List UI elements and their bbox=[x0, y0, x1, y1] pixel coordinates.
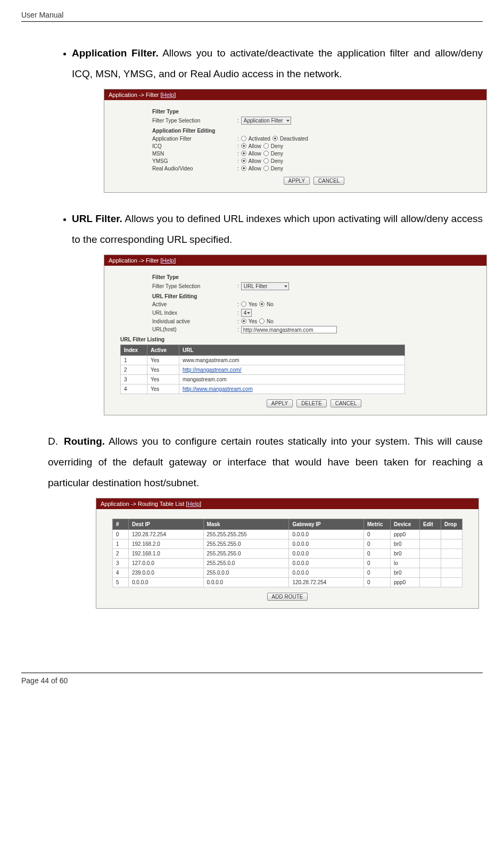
cell-dev: ppp0 bbox=[391, 577, 420, 587]
help-link[interactable]: Help bbox=[162, 257, 175, 264]
radio-deactivated[interactable] bbox=[272, 136, 278, 141]
cell-drop[interactable] bbox=[441, 568, 462, 577]
cell-dev: ppp0 bbox=[391, 529, 420, 539]
cell-url[interactable]: http://www.mangastream.com bbox=[179, 384, 405, 394]
col-num: # bbox=[113, 519, 129, 529]
cell-drop[interactable] bbox=[441, 539, 462, 549]
cell-metric: 0 bbox=[364, 558, 391, 568]
cell-mask: 255.255.255.0 bbox=[203, 539, 289, 549]
cell-metric: 0 bbox=[364, 577, 391, 587]
cell-index: 2 bbox=[121, 365, 147, 374]
cancel-button[interactable]: CANCEL bbox=[313, 177, 345, 185]
add-route-button[interactable]: ADD ROUTE bbox=[267, 593, 308, 601]
cell-drop[interactable] bbox=[441, 529, 462, 539]
url-host-input[interactable]: http://www.mangastream.com bbox=[241, 326, 337, 333]
cell-edit[interactable] bbox=[420, 577, 441, 587]
cell-drop[interactable] bbox=[441, 577, 462, 587]
cell-gw: 0.0.0.0 bbox=[289, 539, 364, 549]
radio-icq-deny[interactable] bbox=[263, 143, 269, 149]
cell-edit[interactable] bbox=[420, 568, 441, 577]
cell-url: www.mangastream.com bbox=[179, 355, 405, 365]
cell-edit[interactable] bbox=[420, 558, 441, 568]
cell-edit[interactable] bbox=[420, 549, 441, 558]
label: Filter Type Selection bbox=[152, 118, 237, 124]
cell-url[interactable]: http://mangastream.com/ bbox=[179, 365, 405, 374]
col-index: Index bbox=[121, 345, 147, 355]
cell-gw: 120.28.72.254 bbox=[289, 577, 364, 587]
apply-button[interactable]: APPLY bbox=[267, 399, 293, 407]
cell-active: Yes bbox=[147, 355, 179, 365]
table-row: 3Yesmangastream.com bbox=[121, 374, 405, 384]
radio-msn-deny[interactable] bbox=[263, 151, 269, 156]
page-header: User Manual bbox=[21, 11, 483, 19]
letter: D. bbox=[48, 431, 64, 452]
help-link[interactable]: Help bbox=[187, 501, 200, 507]
filter-type-select[interactable]: Application Filter bbox=[241, 117, 291, 125]
cell-url: mangastream.com bbox=[179, 374, 405, 384]
cell-index: 1 bbox=[121, 355, 147, 365]
radio-msn-allow[interactable] bbox=[241, 151, 246, 156]
radio-rav-allow[interactable] bbox=[241, 166, 246, 171]
table-row: 4Yeshttp://www.mangastream.com bbox=[121, 384, 405, 394]
cell-gw: 0.0.0.0 bbox=[289, 568, 364, 577]
radio-indiv-no[interactable] bbox=[259, 318, 265, 324]
label: YMSG bbox=[152, 158, 237, 164]
label: Real Audio/Video bbox=[152, 166, 237, 171]
cell-drop[interactable] bbox=[441, 549, 462, 558]
section-head: Filter Type bbox=[152, 274, 476, 280]
col-gw: Gateway IP bbox=[289, 519, 364, 529]
cancel-button[interactable]: CANCEL bbox=[331, 399, 362, 407]
cell-drop[interactable] bbox=[441, 558, 462, 568]
cell-mask: 255.0.0.0 bbox=[203, 568, 289, 577]
table-row: 0120.28.72.254255.255.255.2550.0.0.00ppp… bbox=[113, 529, 462, 539]
cell-dev: lo bbox=[391, 558, 420, 568]
col-edit: Edit bbox=[420, 519, 441, 529]
titlebar: Application -> Filter [Help] bbox=[104, 255, 486, 266]
cell-metric: 0 bbox=[364, 529, 391, 539]
table-row: 4239.0.0.0255.0.0.00.0.0.00br0 bbox=[113, 568, 462, 577]
section-head: Application Filter Editing bbox=[152, 128, 476, 134]
radio-activated[interactable] bbox=[241, 136, 246, 141]
cell-mask: 255.255.0.0 bbox=[203, 558, 289, 568]
radio-icq-allow[interactable] bbox=[241, 143, 246, 149]
radio-active-yes[interactable] bbox=[241, 301, 246, 307]
radio-indiv-yes[interactable] bbox=[241, 318, 246, 324]
cell-metric: 0 bbox=[364, 549, 391, 558]
table-row: 2Yeshttp://mangastream.com/ bbox=[121, 365, 405, 374]
cell-dev: br0 bbox=[391, 539, 420, 549]
table-row: 1192.168.2.0255.255.255.00.0.0.00br0 bbox=[113, 539, 462, 549]
delete-button[interactable]: DELETE bbox=[296, 399, 327, 407]
help-link[interactable]: Help bbox=[162, 92, 175, 98]
radio-rav-deny[interactable] bbox=[263, 166, 269, 171]
label: Individual active bbox=[152, 318, 237, 324]
radio-ymsg-deny[interactable] bbox=[263, 158, 269, 163]
bullet-title: Application Filter. bbox=[72, 47, 159, 59]
section-head: Filter Type bbox=[152, 109, 476, 114]
section-head: URL Filter Listing bbox=[120, 337, 476, 342]
label: Filter Type Selection bbox=[152, 283, 237, 289]
label: Application Filter bbox=[152, 136, 237, 142]
cell-dest: 239.0.0.0 bbox=[129, 568, 204, 577]
table-row: 1Yeswww.mangastream.com bbox=[121, 355, 405, 365]
apply-button[interactable]: APPLY bbox=[284, 177, 310, 185]
cell-num: 5 bbox=[113, 577, 129, 587]
cell-mask: 255.255.255.0 bbox=[203, 549, 289, 558]
col-url: URL bbox=[179, 345, 405, 355]
col-drop: Drop bbox=[441, 519, 462, 529]
cell-edit[interactable] bbox=[420, 529, 441, 539]
filter-type-select[interactable]: URL Filter bbox=[241, 282, 289, 290]
cell-metric: 0 bbox=[364, 539, 391, 549]
cell-gw: 0.0.0.0 bbox=[289, 549, 364, 558]
page-footer: Page 44 of 60 bbox=[21, 676, 483, 685]
label: Active bbox=[152, 301, 237, 307]
cell-num: 4 bbox=[113, 568, 129, 577]
screenshot-app-filter: Application -> Filter [Help] Filter Type… bbox=[104, 89, 487, 193]
cell-edit[interactable] bbox=[420, 539, 441, 549]
cell-index: 4 bbox=[121, 384, 147, 394]
cell-gw: 0.0.0.0 bbox=[289, 558, 364, 568]
cell-active: Yes bbox=[147, 384, 179, 394]
url-index-select[interactable]: 4 bbox=[241, 309, 252, 317]
cell-dest: 192.168.2.0 bbox=[129, 539, 204, 549]
radio-ymsg-allow[interactable] bbox=[241, 158, 246, 163]
radio-active-no[interactable] bbox=[259, 301, 265, 307]
